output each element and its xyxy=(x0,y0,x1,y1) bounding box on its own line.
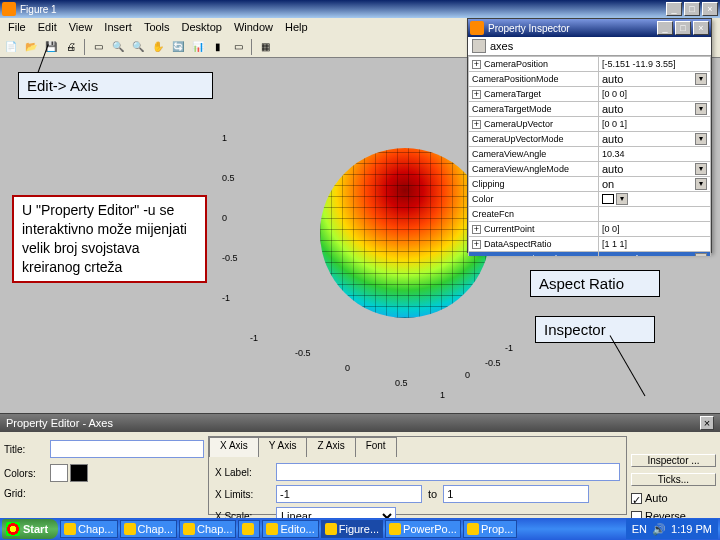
zoomin-icon[interactable]: 🔍 xyxy=(109,38,127,56)
inspector-path-icon[interactable] xyxy=(472,39,486,53)
tab-z-axis[interactable]: Z Axis xyxy=(306,437,355,457)
property-row[interactable]: CameraTargetModeauto▾ xyxy=(469,102,711,117)
maximize-button[interactable]: □ xyxy=(684,2,700,16)
task-item[interactable]: Chap... xyxy=(179,520,236,538)
tab-font[interactable]: Font xyxy=(355,437,397,457)
xlabel-input[interactable] xyxy=(276,463,620,481)
ztick: -1 xyxy=(222,293,230,303)
ytick: 0 xyxy=(465,370,470,380)
property-row[interactable]: +CurrentPoint[0 0] xyxy=(469,222,711,237)
callout-aspect-ratio: Aspect Ratio xyxy=(530,270,660,297)
inspector-close[interactable]: × xyxy=(693,21,709,35)
property-row[interactable]: CameraUpVectorModeauto▾ xyxy=(469,132,711,147)
task-icon xyxy=(389,523,401,535)
print-icon[interactable]: 🖨 xyxy=(62,38,80,56)
property-row[interactable]: +CameraPosition[-5.151 -11.9 3.55] xyxy=(469,57,711,72)
pe-tabs-panel: X Axis Y Axis Z Axis Font X Label: X Lim… xyxy=(208,436,627,515)
xtick: 1 xyxy=(440,390,445,400)
ztick: -0.5 xyxy=(222,253,238,263)
color-swatch-bg[interactable] xyxy=(50,464,68,482)
auto-label: Auto xyxy=(645,492,668,504)
menu-window[interactable]: Window xyxy=(228,21,279,33)
property-row[interactable]: +CameraUpVector[0 0 1] xyxy=(469,117,711,132)
tab-y-axis[interactable]: Y Axis xyxy=(258,437,308,457)
task-icon xyxy=(124,523,136,535)
menu-file[interactable]: File xyxy=(2,21,32,33)
rotate-icon[interactable]: 🔄 xyxy=(169,38,187,56)
clock[interactable]: 1:19 PM xyxy=(671,523,712,535)
property-row[interactable]: CreateFcn xyxy=(469,207,711,222)
property-row[interactable]: CameraViewAngleModeauto▾ xyxy=(469,162,711,177)
property-row[interactable]: Color▾ xyxy=(469,192,711,207)
property-row[interactable]: CameraViewAngle10.34 xyxy=(469,147,711,162)
property-row[interactable]: DataAspectRatioModemanual▾ xyxy=(469,252,711,257)
start-button[interactable]: Start xyxy=(2,519,58,539)
pointer-icon[interactable]: ▭ xyxy=(89,38,107,56)
callout-inspector: Inspector xyxy=(535,316,655,343)
menu-edit[interactable]: Edit xyxy=(32,21,63,33)
xlim-min-input[interactable] xyxy=(276,485,422,503)
property-editor-title: Property Editor - Axes xyxy=(6,417,113,429)
figure-icon xyxy=(2,2,16,16)
xlim-max-input[interactable] xyxy=(443,485,589,503)
zoomout-icon[interactable]: 🔍 xyxy=(129,38,147,56)
property-row[interactable]: +DataAspectRatio[1 1 1] xyxy=(469,237,711,252)
ztick: 0 xyxy=(222,213,227,223)
menu-help[interactable]: Help xyxy=(279,21,314,33)
open-icon[interactable]: 📂 xyxy=(22,38,40,56)
ztick: 1 xyxy=(222,133,227,143)
pe-right-column: Inspector ... Ticks... ✓ Auto Reverse xyxy=(631,436,716,515)
inspector-titlebar[interactable]: Property Inspector _ □ × xyxy=(468,19,711,37)
property-row[interactable]: Clippingon▾ xyxy=(469,177,711,192)
inspector-body[interactable]: +CameraPosition[-5.151 -11.9 3.55]Camera… xyxy=(468,56,711,256)
menu-desktop[interactable]: Desktop xyxy=(176,21,228,33)
figure-titlebar[interactable]: Figure 1 _ □ × xyxy=(0,0,720,18)
windows-logo-icon xyxy=(6,522,20,536)
callout-edit-axis: Edit-> Axis xyxy=(18,72,213,99)
datacursor-icon[interactable]: 📊 xyxy=(189,38,207,56)
auto-checkbox[interactable]: ✓ xyxy=(631,493,642,504)
menu-view[interactable]: View xyxy=(63,21,99,33)
task-item[interactable]: PowerPo... xyxy=(385,520,461,538)
callout-property-editor-note: U "Property Editor" -u se interaktivno m… xyxy=(12,195,207,283)
inspector-button[interactable]: Inspector ... xyxy=(631,454,716,467)
pe-title-label: Title: xyxy=(4,444,44,455)
colorbar-icon[interactable]: ▮ xyxy=(209,38,227,56)
pan-icon[interactable]: ✋ xyxy=(149,38,167,56)
pe-title-input[interactable] xyxy=(50,440,204,458)
property-row[interactable]: CameraPositionModeauto▾ xyxy=(469,72,711,87)
lang-indicator[interactable]: EN xyxy=(632,523,647,535)
system-tray[interactable]: EN 🔊 1:19 PM xyxy=(626,519,718,539)
tab-x-axis[interactable]: X Axis xyxy=(209,437,259,457)
task-item[interactable]: Chap... xyxy=(120,520,177,538)
ytick: -0.5 xyxy=(485,358,501,368)
menu-tools[interactable]: Tools xyxy=(138,21,176,33)
inspector-path-bar: axes xyxy=(468,37,711,56)
new-icon[interactable]: 📄 xyxy=(2,38,20,56)
property-row[interactable]: +CameraTarget[0 0 0] xyxy=(469,87,711,102)
ploteditor-icon[interactable]: ▦ xyxy=(256,38,274,56)
close-button[interactable]: × xyxy=(702,2,718,16)
task-icon xyxy=(266,523,278,535)
property-editor-header[interactable]: Property Editor - Axes × xyxy=(0,414,720,432)
task-icon xyxy=(242,523,254,535)
task-item[interactable]: Chap... xyxy=(60,520,117,538)
xtick: 0.5 xyxy=(395,378,408,388)
task-item[interactable] xyxy=(238,520,260,538)
sphere-surface[interactable] xyxy=(320,148,490,318)
inspector-icon xyxy=(470,21,484,35)
task-item-active[interactable]: Figure... xyxy=(321,520,383,538)
ticks-button[interactable]: Ticks... xyxy=(631,473,716,486)
menu-insert[interactable]: Insert xyxy=(98,21,138,33)
legend-icon[interactable]: ▭ xyxy=(229,38,247,56)
minimize-button[interactable]: _ xyxy=(666,2,682,16)
inspector-minimize[interactable]: _ xyxy=(657,21,673,35)
tray-icon[interactable]: 🔊 xyxy=(652,523,666,536)
property-editor-close[interactable]: × xyxy=(700,416,714,430)
task-item[interactable]: Edito... xyxy=(262,520,318,538)
task-item[interactable]: Prop... xyxy=(463,520,517,538)
color-swatch-fg[interactable] xyxy=(70,464,88,482)
xlimits-label: X Limits: xyxy=(215,489,270,500)
inspector-path: axes xyxy=(490,40,513,52)
inspector-maximize[interactable]: □ xyxy=(675,21,691,35)
